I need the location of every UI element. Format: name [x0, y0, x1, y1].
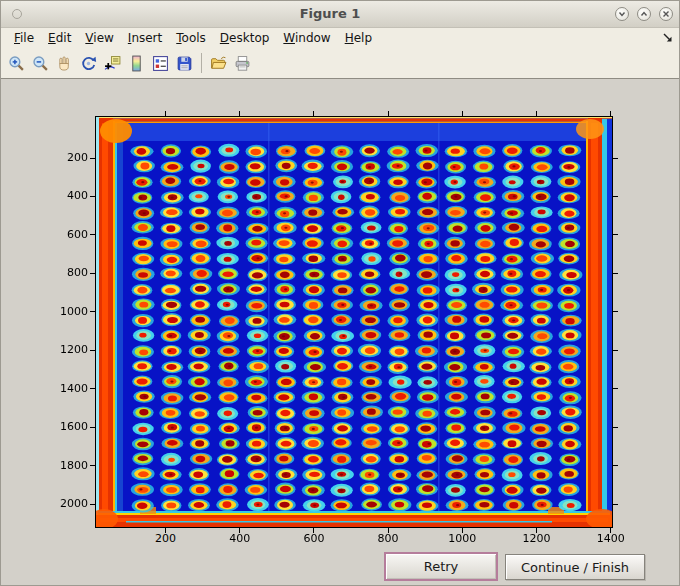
x-tick-mark-top [388, 111, 389, 116]
data-cursor-icon [104, 55, 121, 72]
y-tick-label: 800 [39, 266, 88, 279]
zoom-out-icon [32, 55, 49, 72]
y-tick-mark-right [613, 234, 618, 235]
menu-insert[interactable]: Insert [121, 29, 169, 47]
y-tick-mark [90, 196, 95, 197]
save-floppy-icon [176, 55, 193, 72]
zoom-in-icon [8, 55, 25, 72]
menu-bar: FileEditViewInsertToolsDesktopWindowHelp [1, 28, 679, 48]
y-tick-label: 400 [39, 189, 88, 202]
y-tick-mark [90, 504, 95, 505]
y-tick-mark-right [613, 504, 618, 505]
menu-tools[interactable]: Tools [169, 29, 213, 47]
y-tick-mark-right [613, 350, 618, 351]
zoom-out-button[interactable] [29, 51, 52, 75]
y-tick-label: 600 [39, 228, 88, 241]
x-tick-mark-top [165, 111, 166, 116]
y-tick-mark [90, 465, 95, 466]
y-tick-mark [90, 427, 95, 428]
plate-heatmap-canvas[interactable] [96, 117, 612, 527]
x-tick-mark-top [462, 111, 463, 116]
menu-edit[interactable]: Edit [41, 29, 78, 47]
x-tick-label: 200 [144, 532, 188, 545]
y-tick-mark-right [613, 465, 618, 466]
y-tick-label: 1400 [39, 382, 88, 395]
y-tick-label: 1800 [39, 459, 88, 472]
y-tick-label: 1000 [39, 305, 88, 318]
menu-view[interactable]: View [78, 29, 120, 47]
y-tick-label: 1600 [39, 420, 88, 433]
pan-button[interactable] [53, 51, 76, 75]
dock-figure-arrow-icon[interactable] [662, 32, 673, 43]
colorbar-icon [128, 55, 145, 72]
y-tick-mark-right [613, 311, 618, 312]
save-figure-button[interactable] [173, 51, 196, 75]
x-tick-label: 400 [218, 532, 262, 545]
window-title: Figure 1 [51, 6, 609, 21]
continue-finish-button[interactable]: Continue / Finish [505, 554, 645, 580]
shade-window-button[interactable] [615, 7, 629, 21]
y-tick-mark-right [613, 158, 618, 159]
y-tick-label: 200 [39, 151, 88, 164]
plot-axes [95, 116, 613, 528]
retry-button[interactable]: Retry [384, 552, 498, 581]
chevron-down-icon [618, 10, 626, 18]
figure-canvas-area: Retry Continue / Finish 2004006008001000… [1, 79, 679, 585]
y-tick-label: 1200 [39, 343, 88, 356]
y-tick-mark [90, 273, 95, 274]
y-tick-mark [90, 311, 95, 312]
x-tick-mark-top [239, 111, 240, 116]
y-tick-mark [90, 350, 95, 351]
y-tick-mark [90, 388, 95, 389]
y-tick-mark-right [613, 273, 618, 274]
menu-file[interactable]: File [7, 29, 41, 47]
x-tick-label: 1000 [440, 532, 484, 545]
x-tick-mark-top [313, 111, 314, 116]
chevron-up-icon [640, 10, 648, 18]
y-tick-label: 2000 [39, 497, 88, 510]
figure-window: Figure 1 FileEditViewInsertToolsDesktopW… [0, 0, 680, 586]
figure-toolbar [1, 48, 679, 79]
insert-legend-button[interactable] [149, 51, 172, 75]
menu-window[interactable]: Window [276, 29, 337, 47]
x-tick-mark-top [536, 111, 537, 116]
toolbar-separator [201, 53, 202, 73]
rotate-3d-button[interactable] [77, 51, 100, 75]
y-tick-mark-right [613, 388, 618, 389]
print-figure-button[interactable] [231, 51, 254, 75]
close-icon [662, 10, 670, 18]
menu-items: FileEditViewInsertToolsDesktopWindowHelp [7, 29, 379, 47]
hand-pan-icon [56, 55, 73, 72]
x-tick-label: 1400 [589, 532, 633, 545]
maximize-window-button[interactable] [637, 7, 651, 21]
y-tick-mark [90, 158, 95, 159]
x-tick-label: 600 [292, 532, 336, 545]
legend-icon [152, 55, 169, 72]
insert-colorbar-button[interactable] [125, 51, 148, 75]
y-tick-mark-right [613, 427, 618, 428]
window-controls [615, 7, 673, 21]
x-tick-mark-top [610, 111, 611, 116]
y-tick-mark [90, 234, 95, 235]
open-folder-icon [210, 55, 227, 72]
x-tick-label: 1200 [515, 532, 559, 545]
menu-help[interactable]: Help [338, 29, 379, 47]
y-tick-mark-right [613, 196, 618, 197]
rotate-3d-icon [80, 55, 97, 72]
data-cursor-button[interactable] [101, 51, 124, 75]
zoom-in-button[interactable] [5, 51, 28, 75]
window-menu-icon[interactable] [12, 9, 22, 19]
menu-desktop[interactable]: Desktop [213, 29, 277, 47]
close-window-button[interactable] [659, 7, 673, 21]
open-file-button[interactable] [207, 51, 230, 75]
title-bar[interactable]: Figure 1 [1, 1, 679, 28]
x-tick-label: 800 [366, 532, 410, 545]
printer-icon [234, 55, 251, 72]
